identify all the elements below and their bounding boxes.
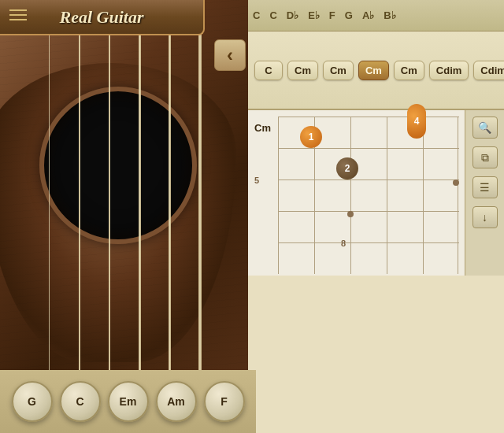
back-button[interactable]: ‹ — [214, 39, 246, 71]
chord-container-bottom-G: G — [12, 381, 53, 422]
fret-line-3 — [278, 211, 459, 212]
open-dot-1 — [347, 211, 354, 217]
string-line-6 — [458, 117, 458, 274]
note-db: C — [265, 9, 281, 21]
menu-button[interactable] — [9, 9, 27, 20]
chord-circle-bottom-Am[interactable]: Am — [156, 381, 197, 422]
string-6[interactable] — [198, 0, 202, 433]
app-title: Real Guitar — [60, 7, 144, 28]
note-ab: A♭ — [358, 9, 379, 21]
chord-btn-Cm2[interactable]: Cm — [323, 61, 354, 80]
string-line-4 — [387, 117, 387, 274]
string-3[interactable] — [109, 0, 110, 433]
string-line-1 — [278, 117, 279, 274]
copy-icon[interactable]: ⧉ — [472, 146, 498, 168]
chord-btn-C[interactable]: C — [254, 61, 283, 80]
down-icon[interactable]: ↓ — [472, 206, 498, 228]
fret-number-8: 8 — [341, 239, 346, 248]
chord-btn-Cdim2[interactable]: Cdim — [473, 61, 504, 80]
back-icon: ‹ — [227, 44, 233, 66]
chord-container-bottom-C: C — [60, 381, 101, 422]
string-4[interactable] — [139, 0, 141, 433]
chord-container-bottom-Em: Em — [108, 381, 149, 422]
chord-container-bottom-Am: Am — [156, 381, 197, 422]
menu-line-3 — [9, 19, 27, 20]
string-line-5 — [423, 117, 424, 274]
string-5[interactable] — [169, 0, 171, 433]
chord-circle-bottom-G[interactable]: G — [12, 381, 53, 422]
fret-line-1 — [278, 148, 459, 149]
note-c: C — [248, 9, 265, 21]
fret-line-4 — [278, 242, 459, 243]
chord-scroll[interactable]: C Cm Cm Cm Cm Cdim Cdim + — [248, 31, 504, 110]
right-sidebar: 🔍 ⧉ ☰ ↓ — [465, 110, 504, 276]
note-eb: E♭ — [303, 9, 324, 21]
menu-line-1 — [9, 9, 27, 11]
list-icon[interactable]: ☰ — [472, 176, 498, 198]
note-g: G — [340, 9, 358, 21]
title-bar: Real Guitar — [0, 0, 205, 35]
note-bar: C C D♭ E♭ F G A♭ B♭ — [248, 0, 504, 31]
chord-container-bottom-F: F — [204, 381, 245, 422]
search-icon[interactable]: 🔍 — [472, 117, 498, 139]
note-d: D♭ — [282, 9, 303, 21]
note-bb: B♭ — [379, 9, 400, 21]
fret-line-0 — [278, 117, 459, 117]
chord-label: Cm — [254, 122, 271, 134]
menu-line-2 — [9, 14, 27, 16]
open-dot-2 — [453, 179, 459, 186]
string-2[interactable] — [79, 0, 80, 433]
fret-number-5: 5 — [254, 176, 259, 185]
bottom-left-chords: G C Em Am F — [0, 370, 256, 433]
finger-dot-4: 4 — [407, 104, 426, 139]
finger-dot-1: 1 — [300, 126, 322, 148]
chord-btn-Cdim1[interactable]: Cdim — [429, 61, 469, 80]
string-1[interactable] — [49, 0, 50, 433]
fret-line-2 — [278, 179, 459, 180]
finger-dot-2: 2 — [336, 157, 358, 179]
chord-btn-Cm3[interactable]: Cm — [394, 61, 424, 80]
chord-grid: 1 2 4 5 8 — [278, 117, 459, 274]
chord-circle-bottom-Em[interactable]: Em — [108, 381, 149, 422]
note-f: F — [324, 9, 340, 21]
string-line-3 — [350, 117, 351, 274]
chord-btn-Cm-active[interactable]: Cm — [358, 61, 389, 80]
right-panel: C C D♭ E♭ F G A♭ B♭ C Cm Cm Cm Cm Cdim C… — [248, 0, 504, 433]
chord-circle-bottom-C[interactable]: C — [60, 381, 101, 422]
chord-circle-bottom-F[interactable]: F — [204, 381, 245, 422]
chord-btn-Cm1[interactable]: Cm — [287, 61, 318, 80]
